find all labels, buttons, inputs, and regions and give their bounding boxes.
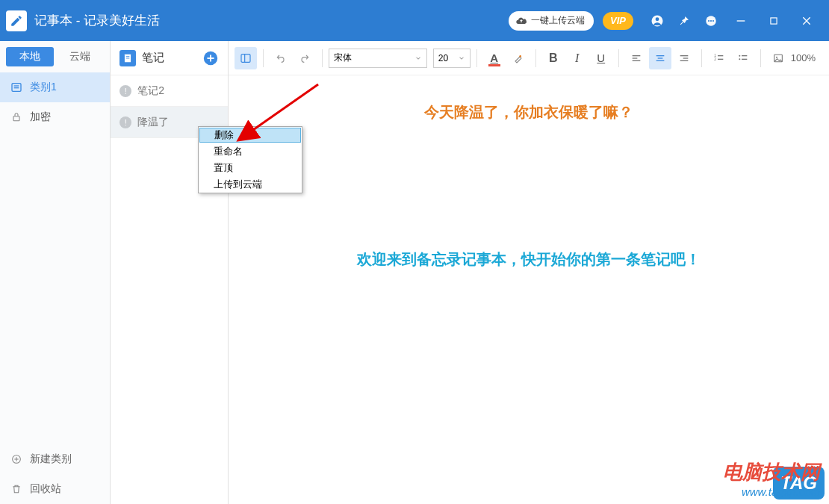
sidebar-item-label: 类别1 (30, 81, 57, 94)
undo-button[interactable] (270, 47, 292, 69)
italic-button[interactable]: I (566, 47, 589, 69)
align-center-button[interactable] (649, 47, 671, 69)
tab-cloud[interactable]: 云端 (57, 47, 105, 66)
svg-point-5 (712, 19, 714, 21)
recycle-bin-button[interactable]: 回收站 (0, 474, 110, 504)
svg-text:2: 2 (714, 57, 716, 60)
context-menu-upload[interactable]: 上传到云端 (199, 176, 302, 193)
app-icon (6, 10, 27, 31)
editor-area: 宋体 20 A B I U 12 100% 今天 (229, 41, 829, 504)
svg-point-3 (708, 19, 710, 21)
unordered-list-button[interactable] (732, 47, 754, 69)
notes-icon (119, 50, 136, 66)
svg-rect-6 (737, 20, 745, 21)
titlebar: 记事本 - 记录美好生活 一键上传云端 VIP (0, 0, 829, 41)
upload-cloud-button[interactable]: 一键上传云端 (509, 11, 594, 31)
sidebar-tabs: 本地 云端 (0, 41, 110, 72)
note-item[interactable]: ! 笔记2 (111, 75, 228, 107)
main-area: 本地 云端 类别1 加密 新建类别 回收站 笔记 ! 笔记2 (0, 41, 829, 504)
sidebar-item-label: 加密 (30, 111, 51, 124)
lock-icon (10, 111, 22, 123)
align-left-button[interactable] (625, 47, 648, 69)
trash-icon (10, 483, 22, 495)
watermark: 电脑技术网 www.tagxp.com (723, 459, 820, 498)
note-list: 笔记 ! 笔记2 ! 降温了 (111, 41, 229, 504)
editor-toolbar: 宋体 20 A B I U 12 100% (229, 41, 829, 75)
pin-icon[interactable] (671, 7, 698, 34)
note-item-label: 降温了 (137, 116, 169, 129)
plus-circle-icon (10, 453, 22, 465)
font-family-value: 宋体 (334, 52, 352, 64)
add-category-label: 新建类别 (30, 452, 72, 466)
close-button[interactable] (790, 4, 823, 37)
ordered-list-button[interactable]: 12 (708, 47, 730, 69)
document-line: 今天降温了，你加衣保暖了嘛？ (258, 102, 799, 122)
svg-point-42 (776, 56, 777, 57)
context-menu-rename[interactable]: 重命名 (199, 143, 302, 160)
sidebar-item-encrypted[interactable]: 加密 (0, 102, 110, 132)
font-color-button[interactable]: A (483, 47, 506, 69)
image-button[interactable] (767, 47, 789, 69)
cloud-upload-icon (515, 14, 528, 28)
redo-button[interactable] (294, 47, 316, 69)
svg-point-1 (656, 17, 659, 21)
note-status-icon: ! (119, 85, 131, 97)
chevron-down-icon (458, 55, 465, 62)
note-item-label: 笔记2 (137, 84, 164, 98)
font-size-value: 20 (438, 53, 448, 63)
context-menu: 删除 重命名 置顶 上传到云端 (198, 126, 302, 193)
bold-button[interactable]: B (542, 47, 565, 69)
svg-point-37 (739, 55, 740, 56)
sidebar: 本地 云端 类别1 加密 新建类别 回收站 (0, 41, 111, 504)
note-list-title: 笔记 (142, 51, 202, 65)
font-size-select[interactable]: 20 (433, 49, 471, 68)
minimize-button[interactable] (724, 4, 757, 37)
align-right-button[interactable] (673, 47, 695, 69)
note-status-icon: ! (119, 116, 131, 128)
svg-rect-11 (13, 116, 19, 121)
note-list-header: 笔记 (111, 41, 228, 75)
upload-cloud-label: 一键上传云端 (531, 14, 585, 27)
sidebar-item-category1[interactable]: 类别1 (0, 72, 110, 102)
recycle-bin-label: 回收站 (30, 482, 61, 496)
watermark-url: www.tagxp.com (723, 485, 820, 498)
context-menu-pin[interactable]: 置顶 (199, 160, 302, 176)
svg-rect-21 (241, 54, 250, 62)
svg-rect-7 (771, 17, 777, 23)
tab-local[interactable]: 本地 (6, 47, 54, 66)
svg-point-38 (739, 58, 740, 60)
zoom-level[interactable]: 100% (791, 52, 823, 63)
user-icon[interactable] (644, 7, 671, 34)
list-icon (10, 81, 22, 93)
highlight-button[interactable] (507, 47, 530, 69)
underline-button[interactable]: U (590, 47, 612, 69)
add-note-button[interactable] (202, 50, 219, 66)
watermark-title: 电脑技术网 (723, 459, 820, 485)
vip-badge[interactable]: VIP (603, 12, 633, 30)
context-menu-delete[interactable]: 删除 (199, 128, 301, 143)
add-category-button[interactable]: 新建类别 (0, 444, 110, 474)
app-title: 记事本 - 记录美好生活 (34, 12, 160, 29)
toggle-sidebar-button[interactable] (235, 47, 257, 69)
chevron-down-icon (414, 55, 422, 62)
more-icon[interactable] (698, 7, 724, 34)
maximize-button[interactable] (757, 4, 790, 37)
editor-canvas[interactable]: 今天降温了，你加衣保暖了嘛？ 欢迎来到备忘录记事本，快开始你的第一条笔记吧！ (229, 75, 829, 504)
svg-point-23 (519, 55, 521, 57)
font-family-select[interactable]: 宋体 (329, 49, 427, 68)
document-line: 欢迎来到备忘录记事本，快开始你的第一条笔记吧！ (258, 249, 799, 270)
svg-point-4 (710, 19, 712, 21)
